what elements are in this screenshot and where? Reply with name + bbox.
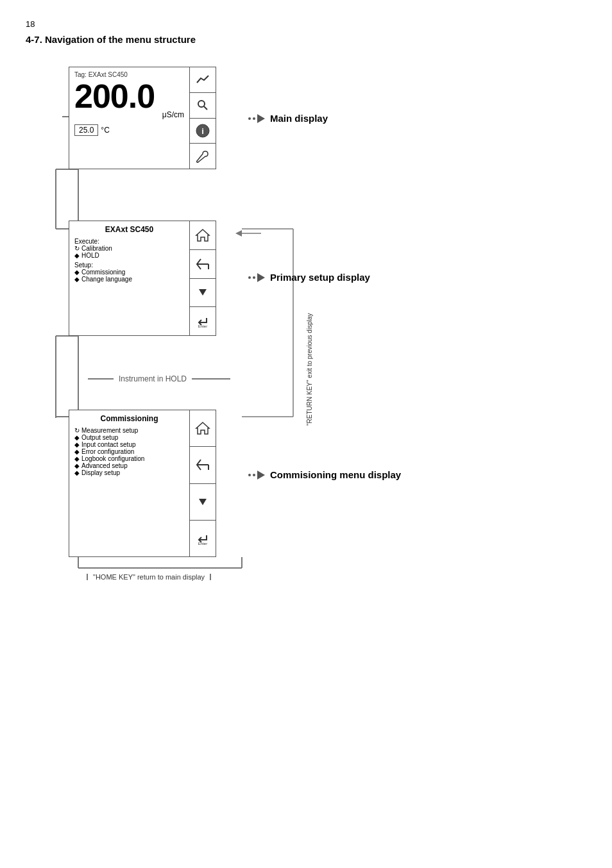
instrument-hold-label: Instrument in HOLD [88,374,230,383]
commissioning-menu-label: Commisioning menu display [270,469,401,480]
hold-line-right [192,378,230,380]
svg-marker-27 [199,289,207,296]
dot-arrow-comm [248,471,265,480]
chart-button[interactable] [190,67,216,93]
dot1 [248,117,251,120]
change-lang-icon: ◆ [74,276,80,283]
dot3 [248,276,251,279]
dot5 [248,474,251,476]
page-number: 18 [26,19,586,29]
input-icon: ◆ [74,441,80,448]
primary-setup-panel: EXAxt SC450 Execute: ↻ Calibration ◆ HOL… [69,221,216,336]
setup-label: Setup: [74,262,184,269]
commissioning-menu-arrow: Commisioning menu display [248,469,401,480]
return-key-label: "RETURN KEY" exit to previous display [306,221,313,426]
logbook-config-item: ◆ Logbook configuration [74,455,184,462]
home-line-right [210,574,211,580]
svg-line-21 [204,106,207,110]
comm-panel-title: Commissioning [74,414,184,423]
wrench-button[interactable] [190,144,216,169]
dot-arrow-primary [248,273,265,282]
advanced-text: Advanced setup [81,462,128,469]
input-text: Input contact setup [81,441,136,448]
back-button-primary[interactable] [190,250,216,279]
hold-line-left [88,378,114,380]
output-icon: ◆ [74,434,80,441]
main-panel-content: Tag: EXAxt SC450 200.0 μS/cm 25.0 °C [69,67,190,169]
meas-setup-item: ↻ Measurement setup [74,427,184,434]
temp-unit: °C [101,126,109,135]
main-display-panel: Tag: EXAxt SC450 200.0 μS/cm 25.0 °C i [69,67,216,169]
commissioning-panel: Commissioning ↻ Measurement setup ◆ Outp… [69,410,216,557]
enter-button-comm[interactable]: Enter [190,521,216,556]
svg-text:Enter: Enter [198,542,207,546]
info-button[interactable]: i [190,119,216,144]
display-icon: ◆ [74,469,80,476]
dot2 [253,117,255,120]
commissioning-text: Commissioning [81,269,125,276]
arrow-head-comm [257,471,265,480]
comm-panel-content: Commissioning ↻ Measurement setup ◆ Outp… [69,410,190,556]
down-button-primary[interactable] [190,279,216,308]
back-button-comm[interactable] [190,447,216,483]
change-lang-text: Change language [81,276,132,283]
input-contact-item: ◆ Input contact setup [74,441,184,448]
hold-item: ◆ HOLD [74,252,184,259]
svg-marker-32 [199,499,207,505]
display-text: Display setup [81,469,120,476]
display-setup-item: ◆ Display setup [74,469,184,476]
hold-icon: ◆ [74,252,80,259]
down-button-comm[interactable] [190,484,216,521]
main-display-label: Main display [270,113,328,124]
execute-label: Execute: [74,238,184,245]
calibration-icon: ↻ [74,245,80,252]
dot6 [253,474,255,476]
error-icon: ◆ [74,448,80,455]
commissioning-icon: ◆ [74,269,80,276]
main-panel-buttons: i [190,67,216,169]
comm-panel-buttons: Enter [190,410,216,556]
meas-text: Measurement setup [81,427,138,434]
zoom-button[interactable] [190,93,216,119]
svg-marker-29 [196,422,209,434]
home-key-text: "HOME KEY" return to main display [93,573,205,581]
home-button-primary[interactable] [190,221,216,250]
commissioning-item: ◆ Commissioning [74,269,184,276]
calibration-item: ↻ Calibration [74,245,184,252]
temp-value: 25.0 [74,124,98,136]
home-button-comm[interactable] [190,410,216,447]
temp-row: 25.0 °C [74,124,184,136]
hold-text: Instrument in HOLD [119,374,187,383]
main-display-arrow: Main display [248,113,328,124]
output-setup-item: ◆ Output setup [74,434,184,441]
arrow-head-main [257,114,265,123]
dot4 [253,276,255,279]
dot-arrow-main [248,114,265,123]
svg-marker-24 [196,230,209,241]
logbook-icon: ◆ [74,455,80,462]
primary-setup-label: Primary setup display [270,272,370,283]
logbook-text: Logbook configuration [81,455,144,462]
section-title: 4-7. Navigation of the menu structure [26,34,586,45]
svg-point-20 [198,101,205,107]
advanced-icon: ◆ [74,462,80,469]
primary-panel-title: EXAxt SC450 [74,225,184,234]
main-value: 200.0 [74,79,184,113]
primary-panel-content: EXAxt SC450 Execute: ↻ Calibration ◆ HOL… [69,221,190,335]
svg-marker-16 [235,230,242,237]
arrow-head-primary [257,273,265,282]
diagram-container: Tag: EXAxt SC450 200.0 μS/cm 25.0 °C i [30,60,582,618]
advanced-setup-item: ◆ Advanced setup [74,462,184,469]
svg-text:Enter: Enter [198,324,207,328]
output-text: Output setup [81,434,118,441]
meas-icon: ↻ [74,427,80,434]
error-text: Error configuration [81,448,134,455]
change-language-item: ◆ Change language [74,276,184,283]
home-line-left [87,574,88,580]
enter-button-primary[interactable]: Enter [190,307,216,335]
error-config-item: ◆ Error configuration [74,448,184,455]
home-key-label: "HOME KEY" return to main display [87,573,211,581]
svg-text:i: i [201,126,204,136]
primary-panel-buttons: Enter [190,221,216,335]
calibration-text: Calibration [81,245,112,252]
